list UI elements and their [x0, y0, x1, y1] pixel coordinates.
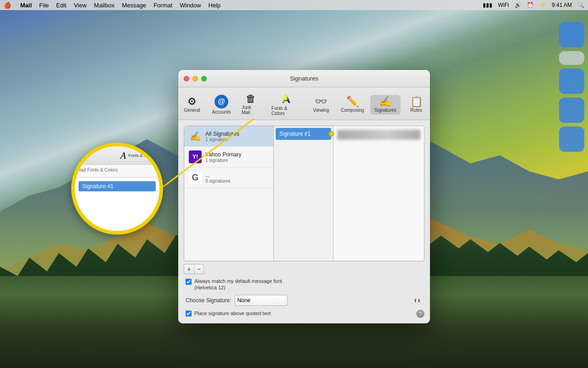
fonts-icon: A — [282, 93, 290, 105]
toolbar-composing[interactable]: ✏️ Composing — [337, 95, 368, 115]
toolbar-general[interactable]: ⚙ General — [178, 95, 206, 115]
bottom-controls: + − Always match my default message font… — [184, 264, 424, 318]
toolbar-junk-mail[interactable]: 🗑 Junk Mail — [237, 92, 265, 117]
choose-signature-row: Choose Signature: None Signature #1 At R… — [184, 295, 424, 306]
help-button[interactable]: ? — [416, 310, 424, 318]
zoom-fonts-icon: 𝐴 — [120, 150, 126, 161]
match-font-row: Always match my default message font (He… — [184, 278, 424, 291]
menubar-window[interactable]: Window — [180, 2, 201, 9]
accounts-panel: ✍ All Signatures 1 signature Y! Yahoo Pr… — [184, 126, 274, 261]
volume-icon[interactable]: 🔊 — [514, 2, 521, 8]
zoom-inner: 𝐴 Fonts & Colors mail Fonts & Colors Sig… — [75, 146, 159, 231]
zoom-signature-selected: Signature #1 — [79, 181, 156, 191]
account-row-all[interactable]: ✍ All Signatures 1 signature — [184, 126, 273, 147]
signature-row-1[interactable]: Signature #1 — [276, 128, 331, 140]
signatures-dialog: Signatures ⚙ General @ Accounts 🗑 Junk M… — [178, 70, 430, 323]
add-remove-buttons: + − — [184, 264, 424, 274]
zoom-mail-label: mail Fonts & Colors — [78, 167, 157, 172]
menubar-format[interactable]: Format — [153, 2, 172, 9]
junk-mail-label: Junk Mail — [242, 105, 260, 115]
yahoo-icon: Y! — [189, 150, 202, 163]
place-signature-row: Place signature above quoted text ? — [184, 310, 424, 318]
all-signatures-count: 1 signature — [205, 137, 239, 142]
deco-box-3 — [559, 69, 584, 94]
menubar-help[interactable]: Help — [209, 2, 221, 9]
match-font-checkbox[interactable] — [186, 279, 192, 285]
zoom-content-area: Signature #1 — [75, 178, 159, 231]
add-signature-button[interactable]: + — [184, 264, 194, 274]
general-label: General — [184, 108, 200, 113]
zoom-callout: 𝐴 Fonts & Colors mail Fonts & Colors Sig… — [71, 143, 163, 235]
composing-icon: ✏️ — [346, 97, 359, 107]
toolbar-fonts-colors[interactable]: A Fonts & Colors — [267, 91, 305, 118]
google-name: ... — [205, 172, 230, 178]
search-icon[interactable]: 🔍 — [577, 2, 584, 8]
signature-preview-panel — [334, 126, 424, 261]
zoom-toolbar-label: Fonts & Colors — [128, 153, 156, 158]
yahoo-count: 1 signature — [205, 158, 241, 163]
google-count: 0 signatures — [205, 178, 230, 184]
menubar-file[interactable]: File — [39, 2, 49, 9]
viewing-icon: 👓 — [315, 97, 327, 107]
accounts-label: Accounts — [212, 109, 231, 115]
google-info: ... 0 signatures — [205, 172, 230, 184]
zoom-account-panel: mail Fonts & Colors — [75, 165, 159, 178]
sidebar-decorations — [555, 18, 588, 155]
window-titlebar: Signatures — [178, 70, 430, 87]
general-icon: ⚙ — [187, 97, 197, 107]
menubar-app-name[interactable]: Mail — [20, 2, 32, 9]
menubar-right: ▮▮▮ WiFi 🔊 ⏰ ⚡ 9:41 AM 🔍 — [483, 2, 584, 8]
close-button[interactable] — [184, 76, 189, 81]
dropdown-arrow-icon: ⬆⬇ — [413, 298, 421, 303]
menubar-edit[interactable]: Edit — [56, 2, 66, 9]
toolbar-rules[interactable]: 📋 Rules — [402, 95, 430, 115]
menubar: 🍎 Mail File Edit View Mailbox Message Fo… — [0, 0, 588, 10]
wifi-icon[interactable]: WiFi — [498, 2, 509, 8]
yahoo-info: Yahoo Primary 1 signature — [205, 151, 241, 163]
deco-box-4 — [559, 98, 584, 123]
all-signatures-icon: ✍ — [189, 130, 202, 143]
all-signatures-info: All Signatures 1 signature — [205, 131, 239, 142]
signature-name-1: Signature #1 — [279, 131, 311, 137]
toolbar-viewing[interactable]: 👓 Viewing — [307, 95, 335, 115]
place-sig-checkbox[interactable] — [186, 310, 192, 316]
callout-dot — [328, 131, 334, 137]
fonts-label: Fonts & Colors — [271, 106, 301, 116]
signatures-panels: ✍ All Signatures 1 signature Y! Yahoo Pr… — [184, 126, 424, 261]
signature-preview-content — [337, 130, 420, 140]
accounts-icon: @ — [215, 95, 228, 109]
toolbar-accounts[interactable]: @ Accounts — [208, 93, 235, 116]
apple-menu[interactable]: 🍎 — [4, 2, 11, 9]
account-row-yahoo[interactable]: Y! Yahoo Primary 1 signature — [184, 147, 273, 167]
deco-box-5 — [559, 126, 584, 152]
bluetooth-icon: ⚡ — [539, 2, 546, 8]
zoom-toolbar-mini: 𝐴 Fonts & Colors — [75, 146, 159, 165]
rules-icon: 📋 — [410, 97, 423, 107]
remove-signature-button[interactable]: − — [194, 264, 204, 274]
yahoo-name: Yahoo Primary — [205, 151, 241, 158]
account-row-google[interactable]: G ... 0 signatures — [184, 167, 273, 188]
preferences-toolbar: ⚙ General @ Accounts 🗑 Junk Mail A Fonts… — [178, 87, 430, 120]
maximize-button[interactable] — [201, 76, 207, 81]
signature-dropdown-wrapper: None Signature #1 At Random In Sequentia… — [235, 295, 423, 306]
place-sig-label: Place signature above quoted text — [194, 310, 271, 316]
choose-signature-label: Choose Signature: — [186, 297, 231, 304]
minimize-button[interactable] — [192, 76, 198, 81]
signatures-label: Signatures — [374, 108, 396, 113]
junk-mail-icon: 🗑 — [246, 94, 256, 104]
signature-dropdown[interactable]: None Signature #1 At Random In Sequentia… — [235, 295, 288, 306]
deco-box-1 — [559, 22, 584, 47]
content-area: ✍ All Signatures 1 signature Y! Yahoo Pr… — [178, 120, 430, 323]
google-icon: G — [189, 171, 202, 184]
menubar-mailbox[interactable]: Mailbox — [94, 2, 115, 9]
menubar-message[interactable]: Message — [122, 2, 146, 9]
menubar-view[interactable]: View — [74, 2, 87, 9]
deco-box-2 — [559, 51, 584, 65]
all-signatures-name: All Signatures — [205, 131, 239, 137]
menubar-left: 🍎 Mail File Edit View Mailbox Message Fo… — [4, 2, 220, 9]
match-font-label: Always match my default message font (He… — [194, 278, 282, 291]
toolbar-signatures[interactable]: ✍️ Signatures — [370, 95, 401, 115]
time-machine-icon: ⏰ — [527, 2, 534, 8]
composing-label: Composing — [341, 108, 364, 113]
clock: 9:41 AM — [552, 2, 572, 8]
